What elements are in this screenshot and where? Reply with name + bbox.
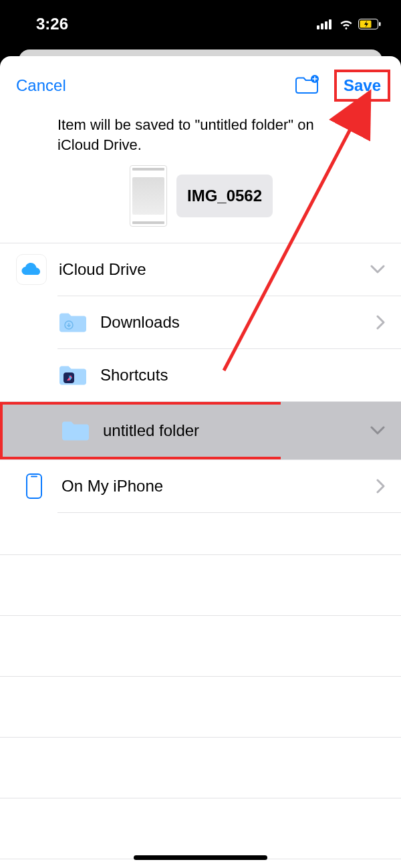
folder-icon xyxy=(57,307,88,338)
status-bar: 3:26 xyxy=(0,0,401,48)
svg-rect-10 xyxy=(27,474,41,498)
chevron-down-icon xyxy=(370,426,385,435)
description-block: Item will be saved to "untitled folder" … xyxy=(0,115,401,243)
svg-rect-1 xyxy=(321,23,323,29)
new-folder-button[interactable] xyxy=(291,74,322,98)
svg-rect-11 xyxy=(31,476,37,477)
save-to-files-sheet: Cancel Save Item will be saved to "untit… xyxy=(0,56,401,868)
location-label: iCloud Drive xyxy=(59,260,358,279)
cellular-icon xyxy=(317,19,334,29)
folder-downloads[interactable]: Downloads xyxy=(0,296,401,348)
svg-rect-0 xyxy=(317,25,319,29)
status-time: 3:26 xyxy=(36,15,68,33)
chevron-right-icon xyxy=(376,315,385,330)
folder-label: Downloads xyxy=(100,313,364,332)
locations-list: iCloud Drive Downloads Shortcuts unt xyxy=(0,243,401,868)
folder-shortcuts[interactable]: Shortcuts xyxy=(0,349,401,401)
chevron-right-icon xyxy=(376,479,385,494)
chevron-down-icon xyxy=(370,265,385,274)
svg-rect-6 xyxy=(379,22,381,26)
wifi-icon xyxy=(338,18,354,30)
file-thumbnail xyxy=(130,165,167,227)
location-icloud-drive[interactable]: iCloud Drive xyxy=(0,243,401,296)
folder-label: untitled folder xyxy=(103,421,275,440)
iphone-icon xyxy=(19,471,49,502)
file-name-label: IMG_0562 xyxy=(176,175,273,217)
home-indicator xyxy=(134,855,267,860)
save-destination-text: Item will be saved to "untitled folder" … xyxy=(57,115,344,154)
folder-icon xyxy=(60,415,91,446)
location-label: On My iPhone xyxy=(61,477,364,496)
folder-untitled-selected[interactable]: untitled folder xyxy=(0,402,401,459)
folder-label: Shortcuts xyxy=(100,366,385,385)
svg-rect-3 xyxy=(329,19,331,29)
file-preview: IMG_0562 xyxy=(57,165,344,227)
folder-icon xyxy=(57,360,88,391)
cancel-button[interactable]: Cancel xyxy=(16,76,66,95)
navigation-bar: Cancel Save xyxy=(0,56,401,115)
icloud-icon xyxy=(16,254,47,285)
battery-icon xyxy=(358,19,381,29)
empty-rows xyxy=(0,554,401,859)
location-on-my-iphone[interactable]: On My iPhone xyxy=(0,460,401,512)
status-right xyxy=(317,18,381,30)
save-button[interactable]: Save xyxy=(334,70,390,102)
new-folder-icon xyxy=(294,75,319,95)
svg-rect-2 xyxy=(325,21,327,29)
